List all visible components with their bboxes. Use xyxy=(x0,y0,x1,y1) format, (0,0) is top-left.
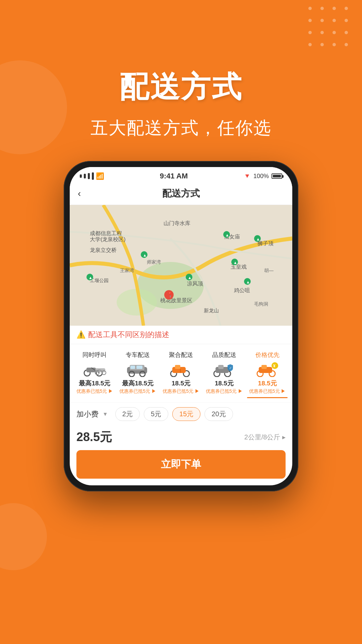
svg-rect-46 xyxy=(130,366,135,369)
fee-option-1[interactable]: 5元 xyxy=(144,407,168,421)
phone-outer: 📶 9:41 AM 🔻 100% ‹ 配送方式 xyxy=(64,161,298,491)
warning-icon: ⚠️ xyxy=(76,330,85,339)
svg-text:✓: ✓ xyxy=(229,366,232,370)
svg-rect-47 xyxy=(136,366,142,369)
battery-icon xyxy=(272,173,282,179)
option-simultaneous[interactable]: 同时呼叫 xyxy=(73,351,116,398)
option-name-0: 同时呼叫 xyxy=(82,351,107,359)
order-button[interactable]: 立即下单 xyxy=(76,450,286,479)
fee-option-3[interactable]: 20元 xyxy=(204,407,233,421)
status-time: 9:41 AM xyxy=(104,172,243,180)
option-icon-1 xyxy=(124,362,151,377)
option-underline-4 xyxy=(247,397,288,398)
total-price: 28.5元 xyxy=(76,429,112,445)
add-fee-row: 加小费 ▼ 2元 5元 15元 20元 xyxy=(70,402,292,426)
option-icon-2 xyxy=(168,362,194,377)
options-row: 同时呼叫 xyxy=(70,351,292,398)
price-row: 28.5元 2公里/8公斤 ▸ xyxy=(70,426,292,450)
option-underline-2 xyxy=(161,397,201,398)
option-premium[interactable]: 品质配送 ✓ 18.5元 xyxy=(202,351,246,398)
option-icon-0 xyxy=(81,362,108,377)
option-price-first[interactable]: 价格优先 ¥ 18.5元 xyxy=(246,351,289,398)
svg-rect-51 xyxy=(175,365,180,369)
bg-arc-bottom xyxy=(0,503,47,570)
svg-text:凉风顶: 凉风顶 xyxy=(187,281,203,286)
option-aggregate[interactable]: 聚合配送 18.5元 优惠券已抵5元 ▶ xyxy=(160,351,203,398)
status-bar: 📶 9:41 AM 🔻 100% xyxy=(70,167,292,182)
status-left: 📶 xyxy=(80,172,104,180)
option-price-3: 18.5元 xyxy=(215,379,234,388)
bg-dots xyxy=(308,7,352,50)
hero-title: 配送方式 xyxy=(0,67,362,107)
svg-text:▲: ▲ xyxy=(256,237,260,241)
signal-bar-3 xyxy=(88,173,90,179)
svg-text:新龙山: 新龙山 xyxy=(204,308,219,313)
svg-rect-61 xyxy=(261,365,267,369)
wifi-icon: 📶 xyxy=(96,172,104,180)
svg-text:师家湾: 师家湾 xyxy=(147,259,161,265)
option-coupon-2: 优惠券已抵5元 ▶ xyxy=(163,388,199,394)
svg-rect-56 xyxy=(218,365,224,369)
svg-text:▲: ▲ xyxy=(188,275,192,280)
svg-text:桃花故里景区: 桃花故里景区 xyxy=(160,298,192,303)
app-header-title: 配送方式 xyxy=(93,187,269,200)
svg-text:▲: ▲ xyxy=(246,280,250,284)
option-underline-0 xyxy=(74,397,115,398)
fee-option-0[interactable]: 2元 xyxy=(115,407,140,421)
option-coupon-4: 优惠券已抵5元 ▶ xyxy=(249,388,286,394)
svg-text:王家湾: 王家湾 xyxy=(120,268,134,273)
option-coupon-0: 优惠券已抵5元 ▶ xyxy=(76,388,113,394)
option-name-2: 聚合配送 xyxy=(169,351,193,359)
svg-text:▲: ▲ xyxy=(143,253,147,258)
back-button[interactable]: ‹ xyxy=(78,188,93,199)
signal-bar-4 xyxy=(92,172,94,180)
app-header: ‹ 配送方式 xyxy=(70,182,292,205)
fee-option-2[interactable]: 15元 xyxy=(172,407,200,421)
option-coupon-3: 优惠券已抵5元 ▶ xyxy=(206,388,243,394)
option-underline-3 xyxy=(204,397,244,398)
option-name-1: 专车配送 xyxy=(126,351,150,359)
warning-text: 配送工具不同区别的描述 xyxy=(88,330,169,340)
add-fee-label: 加小费 xyxy=(76,409,99,419)
svg-text:¥: ¥ xyxy=(273,364,276,368)
battery-percent: 100% xyxy=(253,173,269,180)
option-name-4: 价格优先 xyxy=(255,351,280,359)
bluetooth-icon: 🔻 xyxy=(243,172,251,180)
option-icon-3: ✓ xyxy=(211,362,238,377)
option-icon-4: ¥ xyxy=(254,362,281,377)
svg-text:成都信息工程: 成都信息工程 xyxy=(90,230,122,236)
option-price-1: 最高18.5元 xyxy=(122,379,154,388)
phone-inner: 📶 9:41 AM 🔻 100% ‹ 配送方式 xyxy=(70,167,292,485)
svg-text:▲: ▲ xyxy=(88,275,93,280)
option-price-2: 18.5元 xyxy=(172,379,190,388)
fee-options: 2元 5元 15元 20元 xyxy=(115,407,233,421)
svg-text:鸡公咀: 鸡公咀 xyxy=(234,287,250,293)
add-fee-arrow: ▼ xyxy=(103,411,108,417)
hero-subtitle: 五大配送方式，任你选 xyxy=(0,116,362,140)
delivery-options: 同时呼叫 xyxy=(70,344,292,402)
signal-bar-2 xyxy=(84,174,86,178)
svg-text:📍: 📍 xyxy=(167,292,174,298)
option-price-0: 最高18.5元 xyxy=(79,379,110,388)
option-name-3: 品质配送 xyxy=(212,351,236,359)
option-private-car[interactable]: 专车配送 最高18.5元 优惠券已抵 xyxy=(116,351,160,398)
phone-mockup: 📶 9:41 AM 🔻 100% ‹ 配送方式 xyxy=(64,161,298,491)
status-right: 🔻 100% xyxy=(243,172,282,180)
svg-text:胡—: 胡— xyxy=(264,268,274,273)
option-underline-1 xyxy=(118,397,158,398)
svg-text:▲: ▲ xyxy=(225,233,229,237)
option-price-4: 18.5元 xyxy=(258,379,277,388)
svg-text:山门寺水库: 山门寺水库 xyxy=(164,220,190,226)
svg-text:▲: ▲ xyxy=(233,260,237,265)
svg-text:大学(龙泉校区): 大学(龙泉校区) xyxy=(90,236,126,242)
warning-bar: ⚠️ 配送工具不同区别的描述 xyxy=(70,326,292,344)
svg-text:毛狗洞: 毛狗洞 xyxy=(254,301,268,307)
hero-section: 配送方式 五大配送方式，任你选 xyxy=(0,67,362,140)
svg-text:龙泉立交桥: 龙泉立交桥 xyxy=(90,247,117,253)
signal-bar-1 xyxy=(80,174,82,178)
svg-rect-39 xyxy=(95,368,105,372)
map-area: 成都信息工程 大学(龙泉校区) 龙泉立交桥 山门寺水库 仙女庙 狮子顶 玉皇戏 … xyxy=(70,205,292,326)
option-coupon-1: 优惠券已抵5元 ▶ xyxy=(119,388,156,394)
distance-info: 2公里/8公斤 ▸ xyxy=(244,433,286,442)
